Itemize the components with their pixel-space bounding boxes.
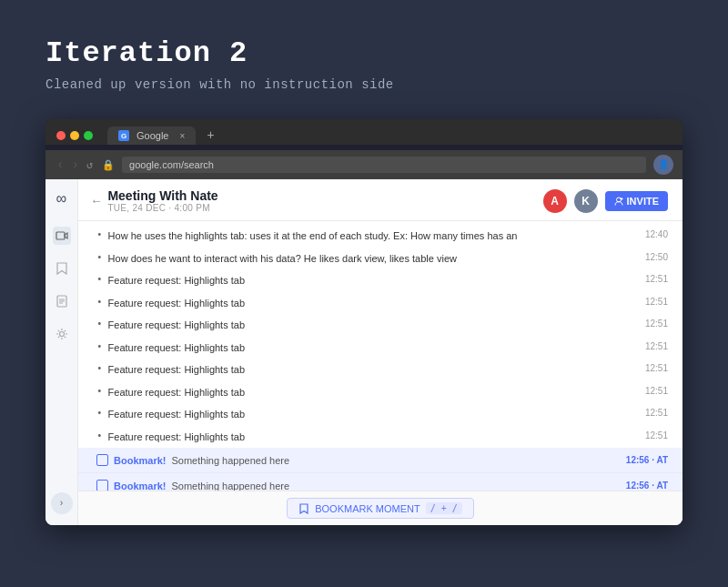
note-time: 12:50 — [645, 251, 668, 262]
bookmark-row[interactable]: Bookmark! Something happened here 12:56 … — [78, 473, 682, 491]
note-bullet: • — [96, 297, 103, 308]
note-row: • Feature request: Highlights tab 12:51 — [78, 359, 682, 381]
address-bar[interactable] — [122, 157, 646, 173]
meeting-date: TUE, 24 Dec · 4:00 PM — [107, 203, 217, 213]
browser-chrome: G Google × + — [46, 119, 682, 145]
tab-close-icon[interactable]: × — [179, 131, 185, 141]
back-arrow-icon[interactable]: ← — [93, 194, 100, 208]
left-sidebar: ∞ › — [46, 179, 78, 525]
note-row: • How does he want to interact with his … — [78, 248, 682, 270]
sidebar-expand-button[interactable]: › — [51, 492, 73, 514]
page-subtitle: Cleaned up version with no instruction s… — [46, 77, 682, 92]
note-row: • Feature request: Highlights tab 12:51 — [78, 426, 682, 449]
note-bullet: • — [96, 319, 103, 329]
note-bullet: • — [96, 363, 103, 374]
note-time: 12:40 — [645, 228, 668, 239]
note-time: 12:51 — [645, 273, 668, 284]
note-row: • Feature request: Highlights tab 12:51 — [78, 337, 682, 359]
reload-button[interactable]: ↺ — [85, 158, 95, 172]
bookmark-text: Something happened here — [171, 481, 289, 491]
note-bullet: • — [96, 408, 103, 419]
lock-icon: 🔒 — [102, 159, 115, 171]
sidebar-icon-bookmark[interactable] — [53, 259, 71, 278]
back-button[interactable]: ‹ — [55, 157, 66, 172]
note-time: 12:51 — [645, 407, 668, 418]
note-time: 12:51 — [645, 430, 668, 440]
note-text[interactable]: How does he want to interact with his da… — [108, 251, 634, 267]
note-time: 12:51 — [645, 296, 668, 307]
note-bullet: • — [96, 386, 103, 397]
note-bullet: • — [96, 229, 103, 240]
bookmark-moment-label: BOOKMARK MOMENT — [315, 503, 420, 514]
bookmark-label: Bookmark! — [114, 481, 166, 491]
tab-label: Google — [136, 130, 168, 141]
tab-favicon: G — [118, 130, 129, 141]
note-time: 12:51 — [645, 385, 668, 396]
browser-addressbar: ‹ › ↺ 🔒 👤 — [46, 150, 682, 179]
sidebar-icon-doc[interactable] — [53, 292, 71, 310]
forward-button[interactable]: › — [69, 157, 80, 172]
note-row: • Feature request: Highlights tab 12:51 — [78, 403, 682, 426]
sidebar-icon-settings[interactable] — [53, 325, 71, 343]
note-bullet: • — [96, 430, 103, 441]
note-text[interactable]: Feature request: Highlights tab — [108, 296, 634, 311]
bookmark-label: Bookmark! — [114, 455, 166, 466]
invite-btn-label: INVITE — [627, 196, 659, 207]
bookmark-time: 12:56 · AT — [626, 481, 668, 491]
bookmark-checkbox[interactable] — [96, 454, 108, 466]
note-bullet: • — [96, 274, 103, 285]
notes-list: • How he uses the highlights tab: uses i… — [78, 221, 682, 491]
bookmark-text: Something happened here — [171, 455, 289, 466]
participant-a-avatar[interactable]: A — [543, 189, 567, 213]
note-row: • Feature request: Highlights tab 12:51 — [78, 292, 682, 315]
nav-buttons: ‹ › ↺ — [55, 157, 95, 172]
note-text[interactable]: Feature request: Highlights tab — [108, 273, 634, 288]
note-row: • How he uses the highlights tab: uses i… — [78, 225, 682, 248]
note-bullet: • — [96, 252, 103, 263]
meeting-title: Meeting With Nate — [107, 188, 217, 203]
note-text[interactable]: Feature request: Highlights tab — [108, 340, 634, 356]
dot-yellow[interactable] — [70, 131, 79, 140]
bookmark-moment-button[interactable]: BOOKMARK MOMENT / + / — [287, 498, 474, 519]
note-text[interactable]: How he uses the highlights tab: uses it … — [108, 228, 634, 244]
dot-red[interactable] — [56, 131, 66, 140]
svg-point-5 — [59, 332, 64, 337]
dot-green[interactable] — [84, 131, 93, 140]
svg-rect-0 — [56, 232, 65, 239]
sidebar-logo: ∞ — [56, 190, 66, 208]
note-text[interactable]: Feature request: Highlights tab — [108, 430, 634, 445]
bookmark-time: 12:56 · AT — [626, 455, 668, 465]
main-content: ← Meeting With Nate TUE, 24 Dec · 4:00 P… — [78, 179, 682, 525]
page-title: Iteration 2 — [46, 36, 682, 70]
note-time: 12:51 — [645, 340, 668, 351]
sidebar-icon-video[interactable] — [53, 227, 71, 245]
browser-dots — [56, 131, 93, 140]
browser-tab[interactable]: G Google × — [107, 127, 196, 145]
bookmark-checkbox[interactable] — [96, 480, 108, 491]
app-content: ∞ › ← Meeting — [46, 179, 682, 525]
invite-button[interactable]: INVITE — [605, 191, 668, 211]
note-row: • Feature request: Highlights tab 12:51 — [78, 269, 682, 292]
note-text[interactable]: Feature request: Highlights tab — [108, 318, 634, 333]
new-tab-button[interactable]: + — [207, 128, 214, 143]
note-text[interactable]: Feature request: Highlights tab — [108, 407, 634, 422]
shortcut-badge: / + / — [426, 502, 462, 514]
meeting-header: ← Meeting With Nate TUE, 24 Dec · 4:00 P… — [78, 179, 682, 221]
bookmark-row[interactable]: Bookmark! Something happened here 12:56 … — [78, 448, 682, 473]
note-row: • Feature request: Highlights tab 12:51 — [78, 381, 682, 404]
bottom-toolbar: BOOKMARK MOMENT / + / — [78, 491, 682, 525]
browser-window: G Google × + ‹ › ↺ 🔒 👤 ∞ — [46, 119, 682, 525]
note-time: 12:51 — [645, 318, 668, 329]
note-text[interactable]: Feature request: Highlights tab — [108, 385, 634, 400]
profile-avatar[interactable]: 👤 — [653, 155, 673, 175]
note-row: • Feature request: Highlights tab 12:51 — [78, 314, 682, 337]
participant-k-avatar[interactable]: K — [574, 189, 598, 213]
note-time: 12:51 — [645, 362, 668, 373]
note-text[interactable]: Feature request: Highlights tab — [108, 362, 634, 378]
note-bullet: • — [96, 341, 103, 352]
